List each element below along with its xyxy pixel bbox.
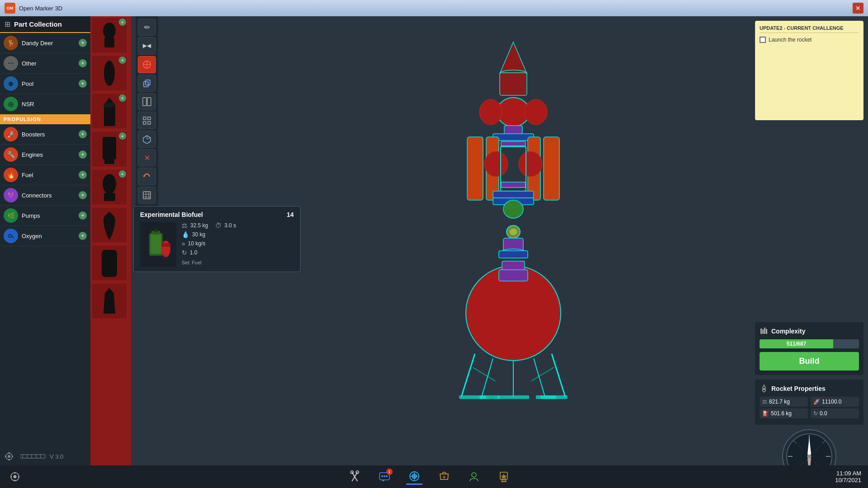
category-fuel[interactable]: 🔥 Fuel + — [0, 165, 90, 185]
grid-tool[interactable] — [138, 112, 156, 129]
category-list: 🦌 Dandy Deer + ⋯ Other + ⊕ Pool + — [0, 33, 90, 488]
category-connectors[interactable]: 💜 Connectors + — [0, 185, 90, 206]
grid-icon-tool — [142, 116, 151, 125]
complexity-panel: Complexity 511/687 Build — [755, 322, 863, 375]
other-add[interactable]: + — [79, 59, 87, 67]
launch-rocket-label: Launch the rocket — [769, 37, 812, 43]
part-add-2[interactable]: + — [119, 56, 126, 64]
achievements-taskbar-icon[interactable] — [496, 469, 512, 485]
svg-rect-98 — [5, 455, 6, 457]
timer-icon: ⏱ — [215, 222, 221, 229]
oxygen-add[interactable]: + — [79, 232, 87, 240]
category-engines[interactable]: 🔧 Engines + — [0, 145, 90, 165]
category-dandy-deer[interactable]: 🦌 Dandy Deer + — [0, 33, 90, 53]
part-item-6[interactable] — [91, 207, 127, 243]
grid-icon: ⊞ — [5, 20, 10, 28]
engines-add[interactable]: + — [79, 150, 87, 159]
svg-rect-64 — [502, 261, 525, 270]
navigate-tool[interactable]: ▶◀ — [138, 37, 156, 54]
svg-rect-34 — [467, 137, 483, 200]
svg-rect-12 — [144, 82, 148, 87]
tools-taskbar-icon[interactable] — [347, 469, 363, 485]
launch-rocket-checkbox[interactable] — [760, 37, 766, 43]
build-button[interactable]: Build — [760, 352, 859, 371]
dandy-deer-add[interactable]: + — [79, 39, 87, 47]
missions-taskbar-icon[interactable] — [406, 469, 422, 485]
close-button[interactable]: ✕ — [853, 3, 863, 14]
svg-rect-41 — [501, 182, 525, 188]
svg-rect-37 — [544, 137, 559, 200]
part-item-5[interactable]: + — [91, 169, 127, 205]
category-boosters[interactable]: 🚀 Boosters + — [0, 124, 90, 145]
svg-rect-110 — [10, 476, 12, 478]
pumps-add[interactable]: + — [79, 211, 87, 220]
fuel-label: Fuel — [22, 172, 79, 178]
table-tool[interactable] — [138, 187, 156, 204]
chat-taskbar-icon[interactable]: 1 — [376, 469, 393, 485]
part-add-4[interactable]: + — [119, 132, 126, 140]
connect-tool[interactable] — [138, 93, 156, 110]
svg-rect-99 — [12, 455, 13, 457]
cube-tool[interactable] — [138, 131, 156, 148]
scissors-icon — [348, 470, 361, 483]
dandy-deer-icon: 🦌 — [4, 36, 18, 50]
svg-rect-73 — [760, 328, 762, 334]
complexity-header: Complexity — [760, 327, 859, 336]
chat-badge: 1 — [386, 469, 393, 475]
pencil-tool[interactable]: ✏ — [138, 19, 156, 36]
category-pumps[interactable]: 🌿 Pumps + — [0, 206, 90, 226]
missions-icon — [408, 470, 421, 483]
part-add-3[interactable]: + — [119, 94, 126, 102]
complexity-icon — [760, 327, 769, 336]
cube-icon — [142, 135, 151, 144]
challenge-item-1: Launch the rocket — [760, 37, 859, 43]
part-item-2[interactable]: + — [91, 55, 127, 91]
rocket-svg: .rocket-outline { fill: none; stroke: #0… — [400, 38, 626, 444]
shop-taskbar-icon[interactable] — [436, 469, 452, 485]
fuel-add[interactable]: + — [79, 171, 87, 179]
stat-weight: ⚖ 32.5 kg ⏱ 3.0 s — [182, 222, 294, 229]
delete-tool[interactable]: ✕ — [138, 149, 156, 166]
svg-rect-13 — [145, 80, 150, 85]
rotate-tool[interactable] — [138, 168, 156, 185]
part-add-5[interactable]: + — [119, 170, 126, 178]
part-item-1[interactable]: + — [91, 33, 127, 53]
svg-line-54 — [482, 358, 493, 397]
svg-rect-17 — [148, 117, 150, 120]
category-nsr[interactable]: ◎ NSR — [0, 94, 90, 114]
category-pool[interactable]: ⊕ Pool + — [0, 74, 90, 94]
svg-point-107 — [14, 475, 17, 479]
complexity-title: Complexity — [771, 328, 805, 335]
taskbar-center: 1 — [347, 469, 512, 485]
stat-flow: » 10 kg/s — [182, 240, 294, 247]
part-item-8[interactable] — [91, 283, 127, 319]
svg-point-38 — [484, 151, 508, 177]
svg-point-72 — [163, 241, 169, 244]
copy-tool[interactable] — [138, 75, 156, 92]
fuel-weight-prop-icon: ⛽ — [762, 410, 769, 417]
rotate-icon — [142, 172, 151, 181]
category-other[interactable]: ⋯ Other + — [0, 53, 90, 74]
profile-taskbar-icon[interactable] — [466, 469, 482, 485]
rocket-properties-header: Rocket Properties — [760, 384, 859, 393]
settings-taskbar-icon[interactable] — [7, 469, 23, 485]
part-item-7[interactable] — [91, 245, 127, 281]
part-silhouette-1 — [98, 33, 121, 49]
category-oxygen[interactable]: O₂ Oxygen + — [0, 226, 90, 246]
tooltip-stats: ⚖ 32.5 kg ⏱ 3.0 s 💧 30 kg » 10 kg/s ↻ 1.… — [182, 222, 294, 267]
oxygen-icon: O₂ — [4, 229, 18, 243]
nsr-icon: ◎ — [4, 97, 18, 111]
connectors-add[interactable]: + — [79, 191, 87, 199]
pool-add[interactable]: + — [79, 80, 87, 88]
part-item-4[interactable]: + — [91, 131, 127, 167]
prop-weight: ⚖ 821.7 kg — [760, 397, 808, 407]
app-title: Open Marker 3D — [19, 5, 62, 12]
efficiency-value: 1.0 — [190, 249, 197, 256]
boosters-add[interactable]: + — [79, 130, 87, 138]
svg-rect-15 — [147, 98, 151, 106]
part-silhouette-8 — [98, 286, 121, 316]
part-item-3[interactable]: + — [91, 93, 127, 129]
target-tool[interactable] — [138, 56, 156, 73]
toolbar: ✏ ▶◀ — [136, 16, 158, 206]
tooltip-panel: Experimental Biofuel 14 ⚖ — [133, 206, 300, 272]
